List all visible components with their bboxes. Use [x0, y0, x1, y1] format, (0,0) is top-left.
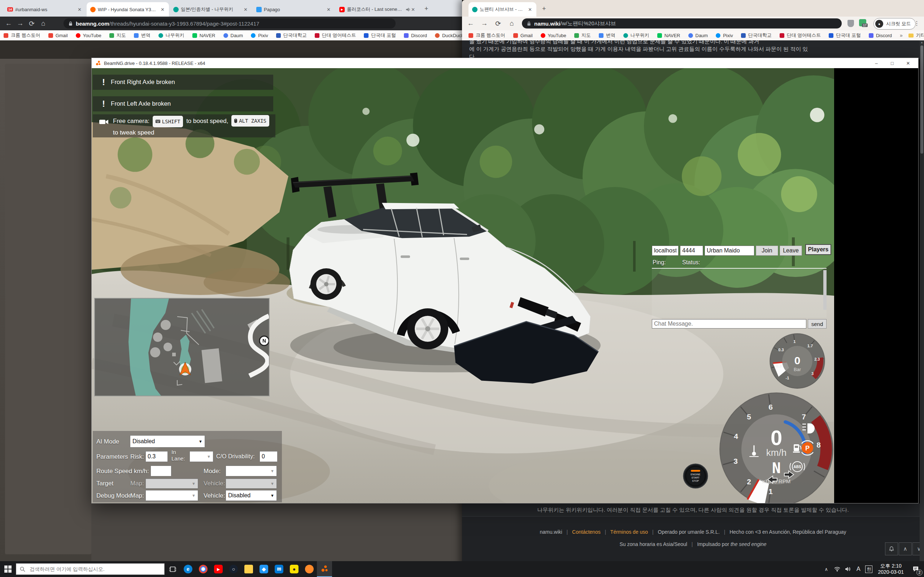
bookmark-dankook-portal[interactable]: 단국대 포털	[829, 32, 861, 39]
tab-namu-shabu[interactable]: 노팬티 샤브샤브 - 나무위키 ✕	[468, 2, 536, 16]
join-button[interactable]: Join	[756, 246, 778, 256]
bookmark-dankook-english[interactable]: 단대 영어테스트	[780, 32, 821, 39]
wiki-alert-button[interactable]	[885, 542, 898, 555]
taskbar-clock[interactable]: 오후 2:10 2020-03-01	[878, 563, 904, 575]
shield-icon[interactable]	[848, 20, 854, 27]
engine-start-button[interactable]: ENGINE START STOP	[683, 463, 708, 488]
bookmark-maps[interactable]: 지도	[109, 32, 126, 39]
bookmark-gmail[interactable]: Gmail	[48, 33, 68, 38]
chat-send-button[interactable]: send	[808, 319, 827, 329]
ai-mode-select[interactable]: Disabled▼	[130, 435, 205, 448]
taskbar-app-beamng[interactable]	[317, 561, 332, 577]
bookmark-duckduckgo[interactable]: DuckDuckGo.	[435, 33, 465, 38]
risk-input[interactable]	[145, 451, 168, 462]
footer-contact-link[interactable]: Contáctenos	[572, 529, 601, 535]
new-tab-button[interactable]: +	[425, 5, 428, 13]
taskbar-app-file-explorer[interactable]	[241, 561, 256, 577]
tab-beamng-forum[interactable]: WIP - Hyundai Sonata Y3 1993 ✕	[87, 2, 169, 16]
bookmark-dankook-univ[interactable]: 단국대학교	[741, 32, 772, 39]
route-speed-input[interactable]	[150, 466, 171, 476]
tab-close-icon[interactable]: ✕	[160, 7, 165, 12]
forward-icon[interactable]: →	[15, 19, 26, 27]
volume-icon[interactable]	[842, 561, 853, 577]
bookmark-translate[interactable]: 번역	[599, 32, 615, 39]
tab-close-icon[interactable]: ✕	[410, 7, 416, 12]
search-input[interactable]	[29, 566, 161, 572]
bookmark-discord[interactable]: Discord	[404, 33, 427, 38]
reload-icon[interactable]: ⟳	[26, 19, 37, 28]
reload-icon[interactable]: ⟳	[492, 19, 504, 28]
scrollbar-thumb[interactable]	[921, 45, 923, 154]
bookmark-youtube[interactable]: YouTube	[541, 33, 566, 38]
taskbar-app-photos[interactable]: ◆	[256, 561, 271, 577]
chat-message-input[interactable]	[652, 319, 806, 329]
in-lane-select[interactable]: ▼	[189, 451, 213, 462]
tab-close-icon[interactable]: ✕	[77, 7, 82, 12]
address-bar[interactable]: beamng.com/threads/hyundai-sonata-y3-199…	[63, 18, 396, 29]
tab-urbanmaid[interactable]: 14 #urbanmaid-ws ✕	[3, 2, 86, 16]
server-host-input[interactable]	[652, 246, 678, 256]
taskbar-app-edge[interactable]: e	[181, 561, 195, 577]
browser-menu-icon[interactable]: ⋮	[914, 20, 920, 27]
game-viewport[interactable]: ! Front Right Axle broken ! Front Left A…	[92, 68, 834, 503]
back-icon[interactable]: ←	[3, 19, 15, 27]
bookmark-translate[interactable]: 번역	[134, 32, 150, 39]
drivability-input[interactable]	[260, 451, 278, 462]
tab-close-icon[interactable]: ✕	[243, 7, 248, 12]
address-bar[interactable]: namu.wiki/w/노팬티%20샤브샤브	[522, 18, 842, 29]
bookmark-dankook-portal[interactable]: 단국대 포털	[364, 32, 396, 39]
tab-papago[interactable]: Papago ✕	[253, 2, 335, 16]
forward-icon[interactable]: →	[478, 19, 490, 27]
player-name-input[interactable]	[704, 246, 754, 256]
bookmark-pixiv[interactable]: Pixiv	[716, 33, 733, 38]
mode-select[interactable]: ▼	[226, 466, 277, 476]
server-port-input[interactable]	[680, 246, 703, 256]
bookmark-namuwiki[interactable]: 나무위키	[624, 32, 649, 39]
extension-icon[interactable]: 17	[859, 19, 866, 26]
bookmark-namuwiki[interactable]: 나무위키	[158, 32, 184, 39]
taskbar-app-firefox[interactable]	[302, 561, 317, 577]
taskbar-search[interactable]	[16, 563, 165, 575]
bookmark-dankook-univ[interactable]: 단국대학교	[276, 32, 307, 39]
debug-vehicle-select[interactable]: Disabled▼	[226, 490, 277, 501]
wiki-scroll-top-button[interactable]: ∧	[899, 542, 912, 555]
bookmark-pixiv[interactable]: Pixiv	[251, 33, 268, 38]
bookmark-dankook-english[interactable]: 단대 영어테스트	[315, 32, 356, 39]
bookmark-gmail[interactable]: Gmail	[513, 33, 533, 38]
bookmark-youtube[interactable]: YouTube	[76, 33, 102, 38]
taskbar-app-chrome[interactable]	[195, 561, 211, 577]
start-button[interactable]	[0, 561, 16, 577]
ime-korean-indicator[interactable]: 한	[863, 561, 874, 577]
taskbar-app-youtube[interactable]: ▶	[211, 561, 226, 577]
ime-latin-indicator[interactable]: A	[853, 561, 863, 577]
bookmark-chrome-webstore[interactable]: 크롬 웹스토어	[468, 32, 505, 39]
tab-youtube[interactable]: ▶ 롤러코스터 - Last scene - Y ✕	[336, 2, 419, 16]
game-title-bar[interactable]: BeamNG.drive - 0.18.4.1.9588 - RELEASE -…	[92, 58, 918, 68]
bookmark-discord[interactable]: Discord	[869, 33, 892, 38]
new-tab-button[interactable]: +	[542, 5, 546, 13]
window-close-button[interactable]: ✕	[900, 58, 916, 68]
leave-button[interactable]: Leave	[780, 246, 802, 256]
tab-audio-icon[interactable]	[406, 7, 410, 12]
bookmark-naver[interactable]: NAVER	[657, 33, 680, 38]
tray-chevron-icon[interactable]: ∧	[821, 561, 832, 577]
window-maximize-button[interactable]: □	[884, 58, 900, 68]
tab-namu-japan[interactable]: 일본/인종차별 - 나무위키 ✕	[170, 2, 252, 16]
wifi-icon[interactable]	[832, 561, 842, 577]
footer-terms-link[interactable]: Términos de uso	[611, 529, 648, 535]
bookmark-naver[interactable]: NAVER	[192, 33, 215, 38]
task-view-button[interactable]	[165, 561, 181, 577]
bookmark-chrome-webstore[interactable]: 크롬 웹스토어	[3, 32, 40, 39]
bookmarks-overflow-icon[interactable]: »	[900, 32, 903, 38]
debug-map-select[interactable]: ▼	[145, 490, 198, 501]
taskbar-app-kakaotalk[interactable]: ●	[287, 561, 302, 577]
taskbar-app-mail[interactable]: ✉	[271, 561, 287, 577]
window-minimize-button[interactable]: –	[868, 58, 884, 68]
back-icon[interactable]: ←	[465, 19, 477, 27]
bookmark-daum[interactable]: Daum	[223, 33, 243, 38]
scrollbar-up-arrow[interactable]: ▲	[920, 40, 924, 45]
tab-close-icon[interactable]: ✕	[326, 7, 331, 12]
tab-close-icon[interactable]: ✕	[527, 7, 533, 12]
chat-scrollbar[interactable]	[823, 270, 827, 310]
bookmark-maps[interactable]: 지도	[574, 32, 591, 39]
